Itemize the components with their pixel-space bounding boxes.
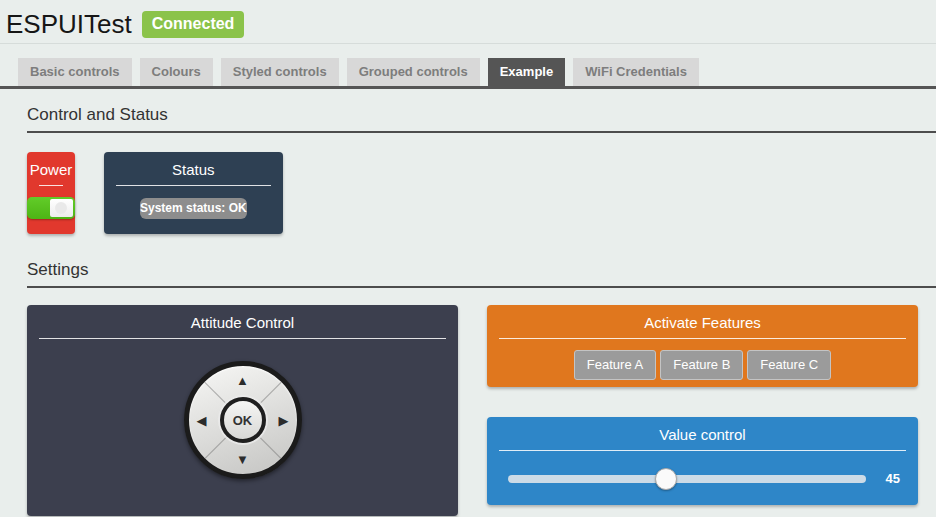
tab-bar: Basic controls Colours Styled controls G…: [0, 44, 936, 89]
joystick-pad[interactable]: ▲ ▼ ◀ ▶ OK: [184, 361, 302, 479]
control-status-row: Power Status System status: OK: [27, 152, 918, 234]
power-toggle-switch[interactable]: [27, 197, 75, 219]
down-arrow-icon[interactable]: ▼: [236, 453, 249, 466]
features-panel-divider: [499, 338, 906, 339]
attitude-panel-divider: [39, 338, 446, 339]
toggle-knob[interactable]: [50, 199, 73, 217]
settings-right-column: Activate Features Feature A Feature B Fe…: [487, 305, 918, 516]
power-panel: Power: [27, 152, 75, 234]
tab-example[interactable]: Example: [488, 58, 565, 86]
attitude-panel-title: Attitude Control: [27, 305, 458, 338]
slider-knob[interactable]: [655, 468, 677, 490]
tab-grouped-controls[interactable]: Grouped controls: [347, 58, 480, 86]
connection-status-badge: Connected: [142, 11, 245, 38]
attitude-control-panel: Attitude Control ▲ ▼ ◀ ▶ OK: [27, 305, 458, 516]
section-title-settings: Settings: [27, 260, 936, 288]
slider-value: 45: [880, 471, 900, 486]
feature-b-button[interactable]: Feature B: [660, 350, 743, 380]
ok-button[interactable]: OK: [220, 397, 266, 443]
value-control-panel: Value control 45: [487, 417, 918, 505]
value-panel-divider: [499, 450, 906, 451]
tab-colours[interactable]: Colours: [140, 58, 213, 86]
status-panel: Status System status: OK: [104, 152, 283, 234]
slider-row: 45: [508, 471, 900, 486]
system-status-label: System status: OK: [140, 198, 247, 219]
feature-c-button[interactable]: Feature C: [747, 350, 831, 380]
settings-row: Attitude Control ▲ ▼ ◀ ▶ OK Activate Fea…: [27, 305, 918, 516]
app-title: ESPUITest: [6, 9, 132, 40]
status-panel-divider: [116, 185, 271, 186]
right-arrow-icon[interactable]: ▶: [279, 414, 289, 427]
power-panel-title: Power: [27, 152, 75, 185]
feature-buttons-row: Feature A Feature B Feature C: [487, 350, 918, 380]
section-title-control-status: Control and Status: [27, 105, 936, 133]
value-panel-title: Value control: [487, 417, 918, 450]
app-header: ESPUITest Connected: [0, 0, 936, 44]
power-panel-divider: [39, 185, 63, 186]
up-arrow-icon[interactable]: ▲: [236, 374, 249, 387]
value-slider[interactable]: [508, 475, 866, 483]
status-panel-title: Status: [104, 152, 283, 185]
tab-basic-controls[interactable]: Basic controls: [18, 58, 132, 86]
feature-a-button[interactable]: Feature A: [574, 350, 656, 380]
features-panel-title: Activate Features: [487, 305, 918, 338]
activate-features-panel: Activate Features Feature A Feature B Fe…: [487, 305, 918, 387]
tab-wifi-credentials[interactable]: WiFi Credentials: [573, 58, 699, 86]
tab-styled-controls[interactable]: Styled controls: [221, 58, 339, 86]
left-arrow-icon[interactable]: ◀: [197, 414, 207, 427]
